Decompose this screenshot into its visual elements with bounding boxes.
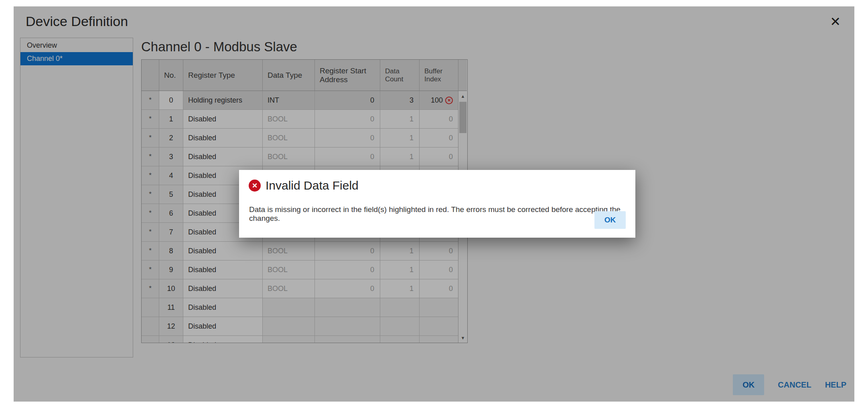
- screen: Device Definition ✕ OverviewChannel 0* C…: [0, 0, 868, 412]
- modal-header: ✕ Invalid Data Field: [249, 179, 359, 192]
- error-icon: ✕: [249, 180, 261, 192]
- modal-ok-button[interactable]: OK: [594, 211, 626, 229]
- invalid-data-field-modal: ✕ Invalid Data Field Data is missing or …: [239, 170, 635, 238]
- modal-message: Data is missing or incorrect in the fiel…: [249, 205, 626, 223]
- modal-title: Invalid Data Field: [266, 179, 359, 192]
